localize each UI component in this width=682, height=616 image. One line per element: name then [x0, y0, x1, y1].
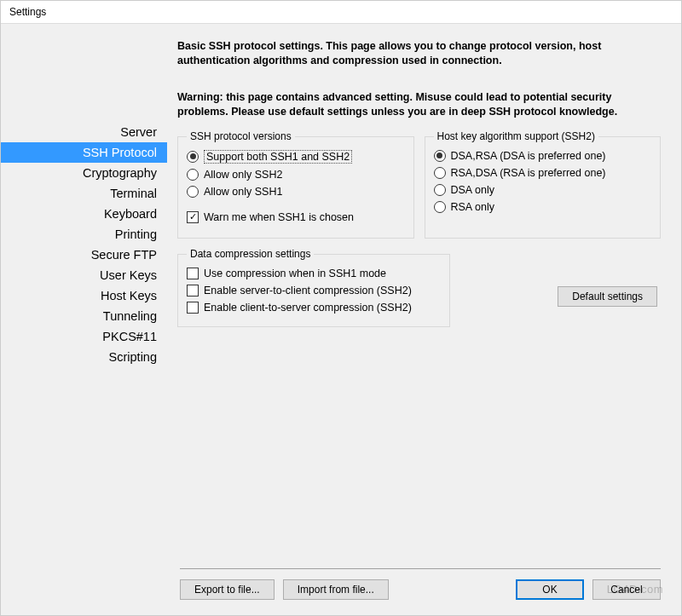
- checkbox-label: Enable client-to-server compression (SSH…: [204, 302, 412, 314]
- sidebar-item-cryptography[interactable]: Cryptography: [1, 163, 167, 183]
- checkbox-compress-s2c[interactable]: Enable server-to-client compression (SSH…: [187, 282, 441, 299]
- sidebar-item-secure-ftp[interactable]: Secure FTP: [1, 245, 167, 265]
- content-area: Server SSH Protocol Cryptography Termina…: [1, 24, 681, 615]
- radio-label: DSA only: [451, 184, 494, 196]
- import-button[interactable]: Import from file...: [283, 579, 389, 600]
- sidebar-item-terminal[interactable]: Terminal: [1, 183, 167, 204]
- radio-label: Support both SSH1 and SSH2: [204, 150, 352, 164]
- main-panel: Basic SSH protocol settings. This page a…: [167, 24, 681, 531]
- checkbox-icon: ✓: [187, 211, 199, 223]
- cancel-button[interactable]: Cancel: [592, 579, 661, 600]
- upper-row: Server SSH Protocol Cryptography Termina…: [1, 24, 681, 531]
- radio-icon: [187, 186, 199, 198]
- sidebar-item-user-keys[interactable]: User Keys: [1, 265, 167, 285]
- radio-allow-ssh1[interactable]: Allow only SSH1: [187, 183, 405, 200]
- checkbox-icon: [187, 268, 199, 279]
- group-compression-title: Data compression settings: [187, 248, 314, 260]
- group-compression: Data compression settings Use compressio…: [177, 254, 450, 327]
- group-hostkey: Host key algorithm support (SSH2) DSA,RS…: [425, 136, 662, 239]
- sidebar-item-pkcs11[interactable]: PKCS#11: [1, 326, 167, 347]
- export-button[interactable]: Export to file...: [180, 579, 275, 600]
- sidebar-item-ssh-protocol[interactable]: SSH Protocol: [1, 142, 167, 163]
- radio-label: Allow only SSH2: [204, 169, 282, 181]
- group-ssh-versions: SSH protocol versions Support both SSH1 …: [177, 136, 414, 239]
- radio-label: RSA only: [451, 201, 494, 213]
- radio-rsa-only[interactable]: RSA only: [434, 199, 652, 216]
- checkbox-label: Enable server-to-client compression (SSH…: [204, 285, 412, 296]
- sidebar-item-server[interactable]: Server: [1, 122, 167, 142]
- radio-icon: [187, 169, 199, 181]
- settings-window: Settings Server SSH Protocol Cryptograph…: [0, 0, 682, 616]
- radio-dsa-only[interactable]: DSA only: [434, 181, 652, 199]
- radio-icon: [434, 150, 446, 162]
- page-warning: Warning: this page contains advanced set…: [177, 90, 661, 119]
- window-title: Settings: [1, 1, 681, 24]
- checkbox-compress-c2s[interactable]: Enable client-to-server compression (SSH…: [187, 299, 441, 316]
- checkbox-compress-ssh1[interactable]: Use compression when in SSH1 mode: [187, 265, 441, 282]
- radio-label: RSA,DSA (RSA is preferred one): [451, 167, 606, 179]
- radio-icon: [434, 184, 446, 196]
- radio-label: Allow only SSH1: [204, 186, 282, 198]
- checkbox-label: Use compression when in SSH1 mode: [204, 268, 386, 279]
- group-hostkey-title: Host key algorithm support (SSH2): [434, 130, 598, 142]
- radio-icon: [187, 151, 199, 163]
- radio-support-both[interactable]: Support both SSH1 and SSH2: [187, 147, 405, 166]
- radio-icon: [434, 201, 446, 213]
- sidebar-item-tunneling[interactable]: Tunneling: [1, 306, 167, 326]
- radio-label: DSA,RSA (DSA is preferred one): [451, 150, 606, 162]
- radio-icon: [434, 167, 446, 179]
- radio-dsa-rsa[interactable]: DSA,RSA (DSA is preferred one): [434, 147, 652, 164]
- sidebar-item-host-keys[interactable]: Host Keys: [1, 285, 167, 306]
- default-settings-button[interactable]: Default settings: [558, 286, 657, 307]
- groups-row: SSH protocol versions Support both SSH1 …: [177, 131, 661, 239]
- checkbox-icon: [187, 302, 199, 314]
- sidebar: Server SSH Protocol Cryptography Termina…: [1, 24, 167, 531]
- footer: Export to file... Import from file... OK…: [180, 568, 661, 615]
- group-ssh-versions-title: SSH protocol versions: [187, 130, 295, 142]
- radio-rsa-dsa[interactable]: RSA,DSA (RSA is preferred one): [434, 164, 652, 181]
- radio-allow-ssh2[interactable]: Allow only SSH2: [187, 166, 405, 183]
- sidebar-item-printing[interactable]: Printing: [1, 224, 167, 245]
- page-description: Basic SSH protocol settings. This page a…: [177, 39, 661, 68]
- checkbox-warn-ssh1[interactable]: ✓ Warn me when SSH1 is chosen: [187, 209, 405, 226]
- checkbox-icon: [187, 285, 199, 296]
- ok-button[interactable]: OK: [516, 579, 584, 600]
- sidebar-item-scripting[interactable]: Scripting: [1, 347, 167, 367]
- checkbox-label: Warn me when SSH1 is chosen: [204, 211, 354, 223]
- sidebar-item-keyboard[interactable]: Keyboard: [1, 204, 167, 224]
